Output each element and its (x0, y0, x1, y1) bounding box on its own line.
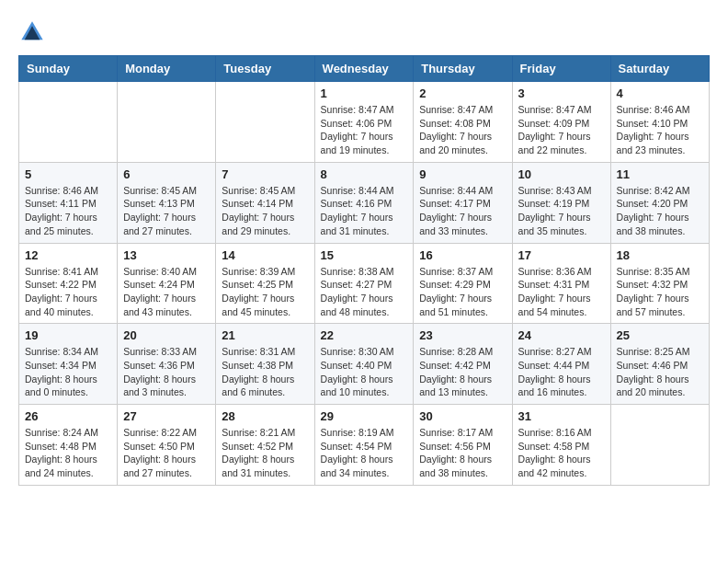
calendar-cell: 16Sunrise: 8:37 AM Sunset: 4:29 PM Dayli… (414, 243, 512, 324)
day-info: Sunrise: 8:42 AM Sunset: 4:20 PM Dayligh… (617, 184, 703, 238)
day-info: Sunrise: 8:27 AM Sunset: 4:44 PM Dayligh… (518, 345, 605, 399)
calendar-header-row: SundayMondayTuesdayWednesdayThursdayFrid… (19, 56, 710, 82)
day-number: 30 (419, 409, 506, 423)
day-number: 17 (518, 248, 605, 262)
day-info: Sunrise: 8:45 AM Sunset: 4:13 PM Dayligh… (123, 184, 210, 238)
day-info: Sunrise: 8:36 AM Sunset: 4:31 PM Dayligh… (518, 265, 605, 319)
calendar-cell (610, 405, 709, 486)
calendar-header-friday: Friday (512, 56, 610, 82)
day-info: Sunrise: 8:34 AM Sunset: 4:34 PM Dayligh… (25, 345, 111, 399)
day-number: 14 (222, 248, 308, 262)
day-info: Sunrise: 8:47 AM Sunset: 4:09 PM Dayligh… (518, 103, 605, 157)
day-number: 25 (617, 328, 703, 342)
day-number: 23 (419, 328, 506, 342)
calendar-week-row: 5Sunrise: 8:46 AM Sunset: 4:11 PM Daylig… (19, 162, 710, 243)
day-number: 28 (222, 409, 308, 423)
calendar-cell: 23Sunrise: 8:28 AM Sunset: 4:42 PM Dayli… (414, 324, 512, 405)
day-number: 16 (419, 248, 506, 262)
calendar-cell: 17Sunrise: 8:36 AM Sunset: 4:31 PM Dayli… (512, 243, 610, 324)
day-number: 4 (617, 86, 703, 100)
day-number: 21 (222, 328, 308, 342)
calendar-week-row: 26Sunrise: 8:24 AM Sunset: 4:48 PM Dayli… (19, 405, 710, 486)
calendar-cell: 19Sunrise: 8:34 AM Sunset: 4:34 PM Dayli… (19, 324, 118, 405)
calendar-cell: 22Sunrise: 8:30 AM Sunset: 4:40 PM Dayli… (314, 324, 414, 405)
calendar-cell (118, 82, 216, 163)
day-info: Sunrise: 8:25 AM Sunset: 4:46 PM Dayligh… (617, 345, 703, 399)
calendar-cell: 6Sunrise: 8:45 AM Sunset: 4:13 PM Daylig… (118, 162, 216, 243)
day-number: 7 (222, 167, 308, 181)
day-info: Sunrise: 8:45 AM Sunset: 4:14 PM Dayligh… (222, 184, 308, 238)
calendar-cell (19, 82, 118, 163)
day-number: 5 (25, 167, 111, 181)
day-info: Sunrise: 8:30 AM Sunset: 4:40 PM Dayligh… (321, 345, 408, 399)
day-info: Sunrise: 8:37 AM Sunset: 4:29 PM Dayligh… (419, 265, 506, 319)
calendar-cell: 18Sunrise: 8:35 AM Sunset: 4:32 PM Dayli… (610, 243, 709, 324)
calendar-cell (216, 82, 314, 163)
calendar-cell: 24Sunrise: 8:27 AM Sunset: 4:44 PM Dayli… (512, 324, 610, 405)
calendar-header-tuesday: Tuesday (216, 56, 314, 82)
day-number: 19 (25, 328, 111, 342)
calendar-cell: 3Sunrise: 8:47 AM Sunset: 4:09 PM Daylig… (512, 82, 610, 163)
logo-icon (18, 18, 46, 46)
calendar-cell: 30Sunrise: 8:17 AM Sunset: 4:56 PM Dayli… (414, 405, 512, 486)
day-number: 15 (321, 248, 408, 262)
day-info: Sunrise: 8:22 AM Sunset: 4:50 PM Dayligh… (123, 426, 210, 480)
day-number: 1 (321, 86, 408, 100)
day-number: 3 (518, 86, 605, 100)
calendar-cell: 20Sunrise: 8:33 AM Sunset: 4:36 PM Dayli… (118, 324, 216, 405)
calendar-week-row: 1Sunrise: 8:47 AM Sunset: 4:06 PM Daylig… (19, 82, 710, 163)
day-number: 24 (518, 328, 605, 342)
calendar-cell: 8Sunrise: 8:44 AM Sunset: 4:16 PM Daylig… (314, 162, 414, 243)
day-number: 12 (25, 248, 111, 262)
day-info: Sunrise: 8:44 AM Sunset: 4:16 PM Dayligh… (321, 184, 408, 238)
calendar-cell: 26Sunrise: 8:24 AM Sunset: 4:48 PM Dayli… (19, 405, 118, 486)
day-info: Sunrise: 8:46 AM Sunset: 4:11 PM Dayligh… (25, 184, 111, 238)
calendar-cell: 12Sunrise: 8:41 AM Sunset: 4:22 PM Dayli… (19, 243, 118, 324)
calendar-cell: 28Sunrise: 8:21 AM Sunset: 4:52 PM Dayli… (216, 405, 314, 486)
day-number: 6 (123, 167, 210, 181)
calendar-cell: 4Sunrise: 8:46 AM Sunset: 4:10 PM Daylig… (610, 82, 709, 163)
day-info: Sunrise: 8:44 AM Sunset: 4:17 PM Dayligh… (419, 184, 506, 238)
calendar-cell: 13Sunrise: 8:40 AM Sunset: 4:24 PM Dayli… (118, 243, 216, 324)
calendar-header-thursday: Thursday (414, 56, 512, 82)
day-number: 2 (419, 86, 506, 100)
day-info: Sunrise: 8:40 AM Sunset: 4:24 PM Dayligh… (123, 265, 210, 319)
calendar-cell: 10Sunrise: 8:43 AM Sunset: 4:19 PM Dayli… (512, 162, 610, 243)
day-info: Sunrise: 8:39 AM Sunset: 4:25 PM Dayligh… (222, 265, 308, 319)
day-number: 31 (518, 409, 605, 423)
day-number: 26 (25, 409, 111, 423)
day-number: 11 (617, 167, 703, 181)
day-number: 13 (123, 248, 210, 262)
day-number: 22 (321, 328, 408, 342)
day-info: Sunrise: 8:38 AM Sunset: 4:27 PM Dayligh… (321, 265, 408, 319)
day-info: Sunrise: 8:33 AM Sunset: 4:36 PM Dayligh… (123, 345, 210, 399)
calendar-cell: 15Sunrise: 8:38 AM Sunset: 4:27 PM Dayli… (314, 243, 414, 324)
calendar-week-row: 12Sunrise: 8:41 AM Sunset: 4:22 PM Dayli… (19, 243, 710, 324)
day-number: 9 (419, 167, 506, 181)
day-info: Sunrise: 8:24 AM Sunset: 4:48 PM Dayligh… (25, 426, 111, 480)
calendar-cell: 25Sunrise: 8:25 AM Sunset: 4:46 PM Dayli… (610, 324, 709, 405)
calendar-header-monday: Monday (118, 56, 216, 82)
calendar-week-row: 19Sunrise: 8:34 AM Sunset: 4:34 PM Dayli… (19, 324, 710, 405)
calendar-header-saturday: Saturday (610, 56, 709, 82)
calendar-cell: 9Sunrise: 8:44 AM Sunset: 4:17 PM Daylig… (414, 162, 512, 243)
day-number: 29 (321, 409, 408, 423)
page-header (18, 18, 710, 46)
calendar-table: SundayMondayTuesdayWednesdayThursdayFrid… (18, 55, 710, 486)
calendar-header-sunday: Sunday (19, 56, 118, 82)
day-number: 10 (518, 167, 605, 181)
day-info: Sunrise: 8:35 AM Sunset: 4:32 PM Dayligh… (617, 265, 703, 319)
day-info: Sunrise: 8:47 AM Sunset: 4:06 PM Dayligh… (321, 103, 408, 157)
day-info: Sunrise: 8:46 AM Sunset: 4:10 PM Dayligh… (617, 103, 703, 157)
calendar-cell: 7Sunrise: 8:45 AM Sunset: 4:14 PM Daylig… (216, 162, 314, 243)
day-info: Sunrise: 8:41 AM Sunset: 4:22 PM Dayligh… (25, 265, 111, 319)
calendar-cell: 21Sunrise: 8:31 AM Sunset: 4:38 PM Dayli… (216, 324, 314, 405)
day-info: Sunrise: 8:17 AM Sunset: 4:56 PM Dayligh… (419, 426, 506, 480)
calendar-cell: 1Sunrise: 8:47 AM Sunset: 4:06 PM Daylig… (314, 82, 414, 163)
calendar-cell: 14Sunrise: 8:39 AM Sunset: 4:25 PM Dayli… (216, 243, 314, 324)
day-info: Sunrise: 8:31 AM Sunset: 4:38 PM Dayligh… (222, 345, 308, 399)
calendar-cell: 5Sunrise: 8:46 AM Sunset: 4:11 PM Daylig… (19, 162, 118, 243)
day-number: 20 (123, 328, 210, 342)
calendar-cell: 11Sunrise: 8:42 AM Sunset: 4:20 PM Dayli… (610, 162, 709, 243)
day-info: Sunrise: 8:21 AM Sunset: 4:52 PM Dayligh… (222, 426, 308, 480)
